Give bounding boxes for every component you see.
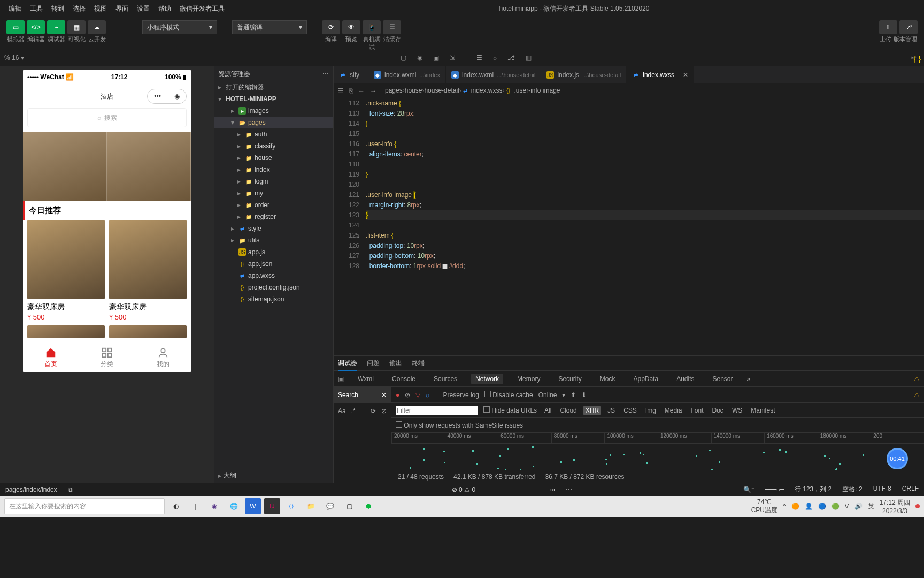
devtools-panel-tab[interactable]: AppData: [629, 374, 663, 384]
preview-button[interactable]: 👁: [342, 20, 360, 34]
tree-item[interactable]: ▸📁order: [214, 199, 333, 211]
banner-image[interactable]: [23, 132, 191, 201]
chrome-icon[interactable]: 🌐: [226, 498, 242, 514]
status-item[interactable]: CRLF: [897, 485, 924, 494]
hide-urls-checkbox[interactable]: Hide data URLs: [483, 406, 537, 414]
breadcrumb-item[interactable]: pages: [385, 87, 403, 94]
room-card[interactable]: 豪华双床房 ¥ 500: [27, 220, 105, 321]
filter-tab[interactable]: Font: [689, 406, 706, 415]
editor-tab[interactable]: ⇄index.wxss✕: [627, 66, 694, 83]
path-label[interactable]: pages/index/index: [0, 486, 63, 493]
status-item[interactable]: UTF-8: [868, 485, 897, 494]
tray-icon[interactable]: 🟠: [791, 503, 799, 510]
section-open-editors[interactable]: ▸打开的编辑器: [214, 81, 333, 93]
tree-item[interactable]: ▸📁utils: [214, 234, 333, 246]
close-icon[interactable]: ✕: [381, 391, 387, 399]
wps-icon[interactable]: W: [245, 498, 261, 514]
search-input[interactable]: ⌕ 搜索: [27, 108, 187, 127]
tree-item[interactable]: {}app.json: [214, 258, 333, 270]
ime-label[interactable]: 英: [868, 502, 874, 511]
filter-tab[interactable]: Img: [643, 406, 658, 415]
devtools-tab[interactable]: 终端: [412, 359, 425, 368]
throttle-select[interactable]: Online ▾: [538, 391, 566, 399]
tree-item[interactable]: {}project.config.json: [214, 282, 333, 293]
devtools-panel-tab[interactable]: Console: [388, 374, 420, 384]
devtools-tab[interactable]: 输出: [389, 359, 402, 368]
list-icon[interactable]: ☰: [338, 87, 344, 95]
vscode-icon[interactable]: ⟨⟩: [283, 498, 299, 514]
filter-tab[interactable]: Doc: [710, 406, 726, 415]
regex-icon[interactable]: .​*: [351, 407, 356, 415]
section-project[interactable]: ▾HOTEL-MINIAPP: [214, 93, 333, 105]
devtools-panel-tab[interactable]: Memory: [513, 374, 544, 384]
inspect-icon[interactable]: ▣: [338, 375, 344, 383]
devtools-tab[interactable]: 调试器: [338, 359, 357, 368]
back-icon[interactable]: ←: [358, 87, 365, 95]
filter-tab[interactable]: Cloud: [558, 406, 579, 415]
code-editor[interactable]: 112⌄113114115116⌄117118119120121⌄1221231…: [334, 98, 924, 355]
filter-tab[interactable]: All: [542, 406, 553, 415]
simulator-button[interactable]: ▭: [6, 20, 25, 34]
menu-item[interactable]: 帮助: [154, 5, 175, 12]
tab-category[interactable]: 分类: [79, 343, 135, 372]
network-waterfall[interactable]: 20000 ms40000 ms60000 ms80000 ms100000 m…: [391, 433, 924, 470]
filter-tab[interactable]: JS: [605, 406, 617, 415]
sync-icon[interactable]: ∞: [545, 486, 560, 493]
clock-time[interactable]: 17:12 周四: [880, 498, 910, 507]
status-item[interactable]: 行 123，列 2: [789, 485, 837, 494]
explorer-toggle-icon[interactable]: ☰: [476, 54, 482, 62]
tray-icon[interactable]: 👤: [805, 503, 813, 510]
device-icon[interactable]: ▢: [401, 54, 406, 62]
more-icon[interactable]: ⋯: [560, 486, 578, 493]
breadcrumb-item[interactable]: house-detail: [424, 87, 459, 94]
debugger-button[interactable]: ⌁: [47, 20, 65, 34]
minimize-button[interactable]: —: [903, 0, 924, 17]
record-icon[interactable]: ◉: [417, 54, 422, 62]
compile-dropdown[interactable]: 普通编译▾: [232, 20, 307, 34]
filter-icon[interactable]: ▽: [415, 391, 420, 399]
samesite-checkbox[interactable]: Only show requests with SameSite issues: [396, 421, 523, 429]
forward-icon[interactable]: →: [370, 87, 376, 95]
editor-tab[interactable]: ⇄sify: [334, 66, 368, 83]
refresh-icon[interactable]: ⟳: [371, 407, 376, 415]
editor-tab[interactable]: ◆index.wxml...\house-detail: [446, 66, 542, 83]
tree-item[interactable]: ▸📁classify: [214, 140, 333, 152]
download-har-icon[interactable]: ⬇: [581, 391, 587, 399]
tree-item[interactable]: ▸📁login: [214, 176, 333, 187]
editor-button[interactable]: </>: [27, 20, 45, 34]
branch-icon[interactable]: ⎇: [507, 54, 515, 62]
task-app-icon[interactable]: ◐: [168, 498, 184, 514]
warning-icon[interactable]: ⚠: [914, 375, 920, 383]
room-card[interactable]: 豪华双床房 ¥ 500: [109, 220, 187, 321]
tree-item[interactable]: ▸▸images: [214, 105, 333, 117]
devtools-panel-tab[interactable]: Sensor: [709, 374, 737, 384]
breadcrumb-item[interactable]: index.wxss: [471, 87, 503, 94]
terminal-icon[interactable]: ▢: [341, 498, 357, 514]
preserve-log-checkbox[interactable]: Preserve log: [435, 391, 479, 399]
status-item[interactable]: 空格: 2: [837, 485, 867, 494]
visual-button[interactable]: ▦: [67, 20, 86, 34]
tray-icon[interactable]: 🟢: [831, 503, 840, 510]
menu-item[interactable]: 设置: [133, 5, 154, 12]
menu-item[interactable]: 视图: [90, 5, 111, 12]
remote-debug-button[interactable]: 📱: [363, 20, 381, 34]
filter-input[interactable]: [396, 406, 478, 415]
tree-item[interactable]: ▾📂pages: [214, 117, 333, 128]
rotate-icon[interactable]: ▣: [433, 54, 439, 62]
tree-item[interactable]: ▸📁house: [214, 152, 333, 164]
tree-item[interactable]: ▸📁auth: [214, 128, 333, 140]
windows-search[interactable]: 在这里输入你要搜索的内容: [4, 498, 165, 514]
search-icon[interactable]: ⌕: [493, 54, 497, 62]
wechat-icon[interactable]: 💬: [322, 498, 338, 514]
volume-icon[interactable]: 🔊: [854, 503, 863, 510]
panel-icon[interactable]: ▥: [526, 54, 532, 62]
disable-cache-checkbox[interactable]: Disable cache: [484, 391, 533, 399]
tree-item[interactable]: ▸⇄style: [214, 223, 333, 234]
tree-item[interactable]: ▸📁my: [214, 187, 333, 199]
record-icon[interactable]: ●: [396, 391, 399, 399]
copy-icon[interactable]: ⧉: [63, 486, 78, 493]
menu-item[interactable]: 编辑: [4, 5, 26, 12]
popout-icon[interactable]: ⇲: [450, 54, 455, 62]
tray-chevron-icon[interactable]: ^: [783, 503, 786, 510]
devtools-panel-tab[interactable]: Wxml: [353, 374, 378, 384]
